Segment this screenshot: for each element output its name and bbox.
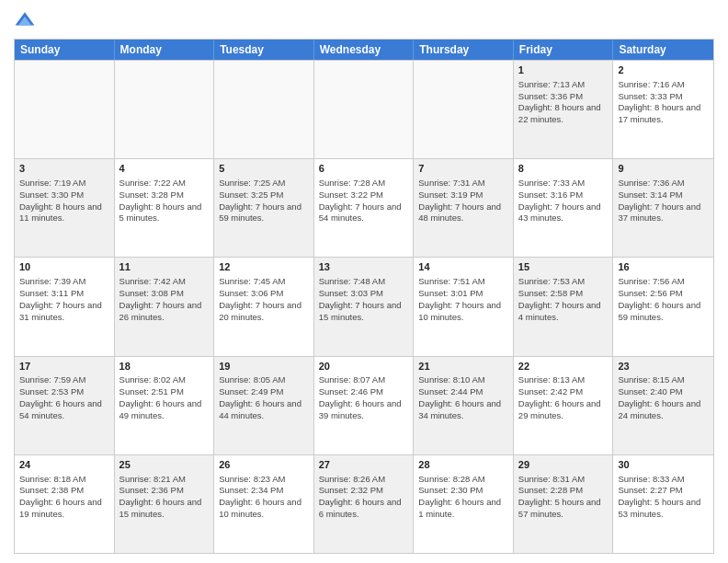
calendar-cell — [115, 61, 215, 158]
calendar-cell: 30Sunrise: 8:33 AM Sunset: 2:27 PM Dayli… — [613, 455, 713, 553]
calendar-cell — [15, 61, 115, 158]
calendar-cell: 9Sunrise: 7:36 AM Sunset: 3:14 PM Daylig… — [613, 159, 713, 257]
day-number: 5 — [219, 162, 309, 176]
day-info: Sunrise: 7:45 AM Sunset: 3:06 PM Dayligh… — [219, 276, 301, 321]
day-number: 7 — [418, 162, 508, 176]
calendar-cell: 25Sunrise: 8:21 AM Sunset: 2:36 PM Dayli… — [115, 455, 215, 553]
logo-icon — [14, 9, 36, 31]
day-info: Sunrise: 8:23 AM Sunset: 2:34 PM Dayligh… — [219, 474, 301, 519]
day-number: 21 — [418, 360, 508, 373]
calendar-cell: 11Sunrise: 7:42 AM Sunset: 3:08 PM Dayli… — [115, 258, 215, 355]
calendar-cell: 7Sunrise: 7:31 AM Sunset: 3:19 PM Daylig… — [414, 159, 514, 257]
calendar-row: 17Sunrise: 7:59 AM Sunset: 2:53 PM Dayli… — [15, 356, 713, 454]
day-number: 30 — [618, 458, 709, 472]
day-info: Sunrise: 7:42 AM Sunset: 3:08 PM Dayligh… — [119, 276, 202, 321]
day-info: Sunrise: 8:15 AM Sunset: 2:40 PM Dayligh… — [618, 374, 700, 419]
calendar-cell: 6Sunrise: 7:28 AM Sunset: 3:22 PM Daylig… — [314, 159, 415, 257]
day-number: 14 — [418, 260, 508, 274]
weekday-wednesday: Wednesday — [314, 40, 415, 60]
day-info: Sunrise: 7:51 AM Sunset: 3:01 PM Dayligh… — [418, 276, 501, 321]
day-info: Sunrise: 7:25 AM Sunset: 3:25 PM Dayligh… — [219, 178, 301, 223]
calendar-cell: 26Sunrise: 8:23 AM Sunset: 2:34 PM Dayli… — [214, 455, 314, 553]
day-info: Sunrise: 7:36 AM Sunset: 3:14 PM Dayligh… — [618, 178, 700, 223]
calendar-cell: 21Sunrise: 8:10 AM Sunset: 2:44 PM Dayli… — [414, 357, 514, 454]
calendar-cell: 22Sunrise: 8:13 AM Sunset: 2:42 PM Dayli… — [514, 357, 614, 454]
calendar-cell: 3Sunrise: 7:19 AM Sunset: 3:30 PM Daylig… — [15, 159, 115, 257]
calendar-row: 3Sunrise: 7:19 AM Sunset: 3:30 PM Daylig… — [15, 158, 713, 257]
day-number: 16 — [618, 260, 709, 274]
calendar-cell: 5Sunrise: 7:25 AM Sunset: 3:25 PM Daylig… — [214, 159, 314, 257]
day-info: Sunrise: 7:31 AM Sunset: 3:19 PM Dayligh… — [418, 178, 501, 223]
day-number: 17 — [19, 360, 109, 373]
calendar-cell: 19Sunrise: 8:05 AM Sunset: 2:49 PM Dayli… — [214, 357, 314, 454]
day-info: Sunrise: 7:39 AM Sunset: 3:11 PM Dayligh… — [19, 276, 102, 321]
calendar-cell: 20Sunrise: 8:07 AM Sunset: 2:46 PM Dayli… — [314, 357, 415, 454]
day-info: Sunrise: 8:07 AM Sunset: 2:46 PM Dayligh… — [319, 374, 402, 419]
weekday-thursday: Thursday — [414, 40, 514, 60]
calendar-body: 1Sunrise: 7:13 AM Sunset: 3:36 PM Daylig… — [15, 60, 713, 553]
day-number: 18 — [119, 360, 210, 373]
calendar-cell: 10Sunrise: 7:39 AM Sunset: 3:11 PM Dayli… — [15, 258, 115, 355]
calendar-cell — [314, 61, 415, 158]
day-number: 8 — [518, 162, 609, 176]
day-info: Sunrise: 7:19 AM Sunset: 3:30 PM Dayligh… — [19, 178, 102, 223]
calendar-row: 10Sunrise: 7:39 AM Sunset: 3:11 PM Dayli… — [15, 257, 713, 355]
day-info: Sunrise: 8:05 AM Sunset: 2:49 PM Dayligh… — [219, 374, 301, 419]
day-number: 29 — [518, 458, 609, 472]
day-number: 23 — [618, 360, 709, 373]
weekday-friday: Friday — [514, 40, 614, 60]
day-number: 10 — [19, 260, 109, 274]
weekday-tuesday: Tuesday — [214, 40, 314, 60]
weekday-monday: Monday — [115, 40, 215, 60]
calendar-cell: 15Sunrise: 7:53 AM Sunset: 2:58 PM Dayli… — [514, 258, 614, 355]
day-number: 11 — [119, 260, 210, 274]
calendar-cell — [214, 61, 314, 158]
calendar-cell: 2Sunrise: 7:16 AM Sunset: 3:33 PM Daylig… — [613, 61, 713, 158]
day-number: 9 — [618, 162, 709, 176]
calendar-cell: 24Sunrise: 8:18 AM Sunset: 2:38 PM Dayli… — [15, 455, 115, 553]
day-number: 22 — [518, 360, 609, 373]
day-number: 12 — [219, 260, 309, 274]
day-number: 4 — [119, 162, 210, 176]
calendar-cell: 14Sunrise: 7:51 AM Sunset: 3:01 PM Dayli… — [414, 258, 514, 355]
day-number: 24 — [19, 458, 109, 472]
calendar-cell: 16Sunrise: 7:56 AM Sunset: 2:56 PM Dayli… — [613, 258, 713, 355]
day-info: Sunrise: 8:10 AM Sunset: 2:44 PM Dayligh… — [418, 374, 501, 419]
day-info: Sunrise: 8:21 AM Sunset: 2:36 PM Dayligh… — [119, 474, 202, 519]
header — [14, 9, 714, 31]
calendar-row: 1Sunrise: 7:13 AM Sunset: 3:36 PM Daylig… — [15, 60, 713, 158]
calendar-cell — [414, 61, 514, 158]
calendar-cell: 8Sunrise: 7:33 AM Sunset: 3:16 PM Daylig… — [514, 159, 614, 257]
day-info: Sunrise: 7:33 AM Sunset: 3:16 PM Dayligh… — [518, 178, 601, 223]
day-number: 27 — [319, 458, 409, 472]
page: Sunday Monday Tuesday Wednesday Thursday… — [0, 0, 728, 563]
weekday-saturday: Saturday — [613, 40, 713, 60]
calendar-cell: 17Sunrise: 7:59 AM Sunset: 2:53 PM Dayli… — [15, 357, 115, 454]
day-info: Sunrise: 8:31 AM Sunset: 2:28 PM Dayligh… — [518, 474, 601, 519]
calendar-header: Sunday Monday Tuesday Wednesday Thursday… — [15, 40, 713, 60]
day-number: 3 — [19, 162, 109, 176]
calendar-cell: 27Sunrise: 8:26 AM Sunset: 2:32 PM Dayli… — [314, 455, 415, 553]
day-info: Sunrise: 7:56 AM Sunset: 2:56 PM Dayligh… — [618, 276, 700, 321]
day-number: 15 — [518, 260, 609, 274]
calendar-cell: 18Sunrise: 8:02 AM Sunset: 2:51 PM Dayli… — [115, 357, 215, 454]
calendar-cell: 12Sunrise: 7:45 AM Sunset: 3:06 PM Dayli… — [214, 258, 314, 355]
logo — [14, 9, 40, 31]
day-info: Sunrise: 7:13 AM Sunset: 3:36 PM Dayligh… — [518, 79, 601, 124]
calendar-cell: 28Sunrise: 8:28 AM Sunset: 2:30 PM Dayli… — [414, 455, 514, 553]
day-number: 13 — [319, 260, 409, 274]
calendar: Sunday Monday Tuesday Wednesday Thursday… — [14, 39, 714, 554]
day-info: Sunrise: 8:13 AM Sunset: 2:42 PM Dayligh… — [518, 374, 601, 419]
calendar-cell: 13Sunrise: 7:48 AM Sunset: 3:03 PM Dayli… — [314, 258, 415, 355]
day-info: Sunrise: 7:48 AM Sunset: 3:03 PM Dayligh… — [319, 276, 402, 321]
day-info: Sunrise: 8:26 AM Sunset: 2:32 PM Dayligh… — [319, 474, 402, 519]
day-info: Sunrise: 7:16 AM Sunset: 3:33 PM Dayligh… — [618, 79, 700, 124]
calendar-cell: 29Sunrise: 8:31 AM Sunset: 2:28 PM Dayli… — [514, 455, 614, 553]
day-info: Sunrise: 7:53 AM Sunset: 2:58 PM Dayligh… — [518, 276, 601, 321]
calendar-cell: 1Sunrise: 7:13 AM Sunset: 3:36 PM Daylig… — [514, 61, 614, 158]
day-info: Sunrise: 7:28 AM Sunset: 3:22 PM Dayligh… — [319, 178, 402, 223]
day-info: Sunrise: 8:33 AM Sunset: 2:27 PM Dayligh… — [618, 474, 700, 519]
day-number: 25 — [119, 458, 210, 472]
day-info: Sunrise: 8:18 AM Sunset: 2:38 PM Dayligh… — [19, 474, 102, 519]
day-number: 19 — [219, 360, 309, 373]
